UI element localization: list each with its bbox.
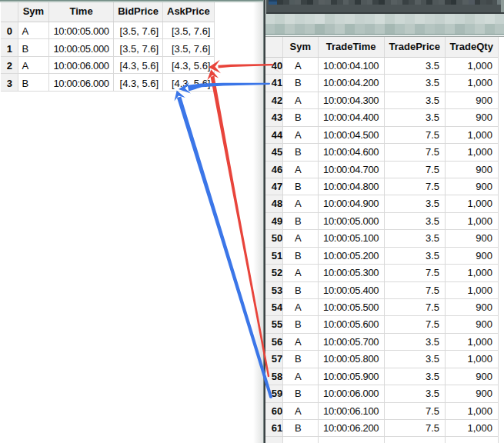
quotes-row-2-AskPrice[interactable]: [4.3, 5.6] [162,56,214,74]
redacted-toolbar[interactable] [265,14,504,34]
trades-row-58-index[interactable]: 58 [265,368,283,385]
quotes-row-3-BidPrice[interactable]: [4.3, 5.6] [114,74,162,92]
trades-row-51-TradePrice[interactable]: 3.5 [384,247,446,264]
quotes-row-1-Sym[interactable]: B [18,39,49,57]
trades-row-53-TradePrice[interactable]: 7.5 [384,281,446,298]
trades-row-57-TradeQty[interactable]: 1,000 [446,351,499,368]
quotes-row-1-BidPrice[interactable]: [3.5, 7.6] [114,39,162,57]
trades-row-49-Sym[interactable]: B [282,212,318,229]
quotes-row-0-Sym[interactable]: A [18,22,49,39]
trades-row-61-TradePrice[interactable]: 7.5 [384,420,446,437]
trades-row-40-index[interactable]: 40 [265,58,283,75]
trades-row-56-Sym[interactable]: A [282,333,318,350]
trades-row-54-index[interactable]: 54 [265,299,283,316]
quotes-row-3-Time[interactable]: 10:00:06.000 [48,74,114,92]
trades-row-57-Sym[interactable]: B [282,351,318,368]
trades-row-48-Sym[interactable]: A [282,195,318,212]
trades-row-42-TradePrice[interactable]: 3.5 [384,92,446,108]
trades-row-58-TradePrice[interactable]: 3.5 [384,368,446,385]
quotes-row-1-Time[interactable]: 10:00:05.000 [48,39,114,57]
trades-row-43-index[interactable]: 43 [265,109,283,126]
trades-row-60-index[interactable]: 60 [265,402,283,419]
trades-row-55-TradeTime[interactable]: 10:00:05.600 [318,316,384,333]
quotes-row-2-Sym[interactable]: A [18,56,49,74]
trades-header-TradePrice[interactable]: TradePrice [384,37,446,58]
quotes-header-BidPrice[interactable]: BidPrice [114,2,162,22]
trades-row-45-TradePrice[interactable]: 7.5 [384,144,446,161]
trades-row-58-TradeTime[interactable]: 10:00:05.900 [318,368,384,385]
quotes-row-2-index[interactable]: 2 [1,56,18,74]
quotes-row-0-AskPrice[interactable]: [3.5, 7.6] [162,22,214,39]
trades-row-44-Sym[interactable]: A [282,126,318,143]
trades-row-52-Sym[interactable]: A [282,265,318,281]
trades-row-42-TradeQty[interactable]: 900 [446,92,499,108]
trades-row-53-TradeQty[interactable]: 1,000 [446,281,499,298]
trades-row-61-index[interactable]: 61 [265,420,283,437]
trades-row-53-index[interactable]: 53 [265,281,283,298]
quotes-header-index[interactable] [1,2,18,22]
trades-row-46-TradeQty[interactable]: 900 [446,161,499,178]
trades-row-47-index[interactable]: 47 [265,178,283,195]
trades-row-56-TradeQty[interactable]: 1,000 [446,333,499,350]
trades-row-51-Sym[interactable]: B [282,247,318,264]
trades-row-60-TradePrice[interactable]: 7.5 [384,402,446,419]
trades-row-45-Sym[interactable]: B [282,144,318,161]
trades-row-53-TradeTime[interactable]: 10:00:05.400 [318,281,384,298]
quotes-header-Sym[interactable]: Sym [18,2,49,22]
trades-row-42-Sym[interactable]: A [282,92,318,108]
trades-row-47-Sym[interactable]: B [282,178,318,195]
quotes-row-2-Time[interactable]: 10:00:06.000 [48,56,114,74]
trades-header-Sym[interactable]: Sym [282,37,318,58]
trades-row-48-TradeTime[interactable]: 10:00:04.900 [318,195,384,212]
trades-row-46-index[interactable]: 46 [265,161,283,178]
trades-row-45-TradeQty[interactable]: 1,000 [446,144,499,161]
trades-row-53-Sym[interactable]: B [282,281,318,298]
trades-row-47-TradePrice[interactable]: 7.5 [384,178,446,195]
trades-row-40-TradeTime[interactable]: 10:00:04.100 [318,58,384,75]
trades-row-55-index[interactable]: 55 [265,316,283,333]
trades-header-TradeQty[interactable]: TradeQty [446,37,499,58]
trades-row-41-Sym[interactable]: B [282,75,318,92]
trades-row-51-TradeTime[interactable]: 10:00:05.200 [318,247,384,264]
trades-row-46-TradeTime[interactable]: 10:00:04.700 [318,161,384,178]
quotes-row-0-BidPrice[interactable]: [3.5, 7.6] [114,22,162,39]
trades-row-46-TradePrice[interactable]: 7.5 [384,161,446,178]
quotes-row-0-Time[interactable]: 10:00:05.000 [48,22,114,39]
trades-row-50-TradeQty[interactable]: 900 [446,230,499,247]
trades-row-52-TradeTime[interactable]: 10:00:05.300 [318,265,384,281]
trades-row-48-TradeQty[interactable]: 1,000 [446,195,499,212]
quotes-row-1-index[interactable]: 1 [1,39,18,57]
trades-row-59-TradeTime[interactable]: 10:00:06.000 [318,385,384,402]
quotes-row-3-Sym[interactable]: B [18,74,49,92]
trades-row-54-Sym[interactable]: A [282,299,318,316]
trades-row-47-TradeTime[interactable]: 10:00:04.800 [318,178,384,195]
trades-row-49-index[interactable]: 49 [265,212,283,229]
trades-row-44-TradePrice[interactable]: 7.5 [384,126,446,143]
trades-row-46-Sym[interactable]: A [282,161,318,178]
trades-row-60-TradeQty[interactable]: 1,000 [446,402,499,419]
trades-row-42-index[interactable]: 42 [265,92,283,108]
trades-row-60-TradeTime[interactable]: 10:00:06.100 [318,402,384,419]
trades-row-44-index[interactable]: 44 [265,126,283,143]
trades-row-40-TradePrice[interactable]: 3.5 [384,58,446,75]
quotes-header-Time[interactable]: Time [48,2,114,22]
trades-row-43-TradeTime[interactable]: 10:00:04.400 [318,109,384,126]
trades-row-59-TradeQty[interactable]: 900 [446,385,499,402]
quotes-row-1-AskPrice[interactable]: [3.5, 7.6] [162,39,214,57]
trades-row-52-TradeQty[interactable]: 1,000 [446,265,499,281]
trades-row-56-index[interactable]: 56 [265,333,283,350]
trades-row-54-TradePrice[interactable]: 7.5 [384,299,446,316]
trades-row-54-TradeQty[interactable]: 900 [446,299,499,316]
trades-row-48-index[interactable]: 48 [265,195,283,212]
trades-row-44-TradeQty[interactable]: 1,000 [446,126,499,143]
trades-row-44-TradeTime[interactable]: 10:00:04.500 [318,126,384,143]
trades-row-57-TradePrice[interactable]: 3.5 [384,351,446,368]
trades-row-49-TradeTime[interactable]: 10:00:05.000 [318,212,384,229]
trades-row-60-Sym[interactable]: A [282,402,318,419]
trades-row-41-TradeQty[interactable]: 1,000 [446,75,499,92]
trades-row-50-TradeTime[interactable]: 10:00:05.100 [318,230,384,247]
quotes-header-AskPrice[interactable]: AskPrice [162,2,214,22]
trades-row-61-TradeQty[interactable]: 1,000 [446,420,499,437]
trades-row-55-TradeQty[interactable]: 900 [446,316,499,333]
quotes-row-2-BidPrice[interactable]: [4.3, 5.6] [114,56,162,74]
